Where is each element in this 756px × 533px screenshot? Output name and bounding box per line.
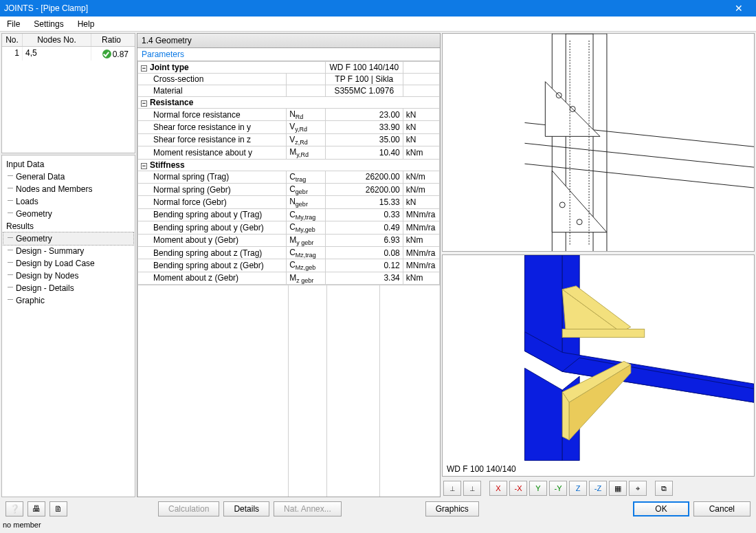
node-row-no: 1 bbox=[2, 47, 23, 61]
graphics-button[interactable]: Graphics bbox=[425, 501, 479, 516]
details-button[interactable]: Details bbox=[223, 501, 269, 516]
view-iso-icon[interactable]: ⟂ bbox=[443, 481, 461, 496]
3d-render-view[interactable]: WD F 100 140/140 bbox=[442, 254, 755, 477]
menu-file[interactable]: File bbox=[0, 17, 27, 32]
window-title: JOINTS - [Pipe Clamp] bbox=[4, 3, 726, 13]
view-neg-y-icon[interactable]: -Y bbox=[549, 481, 567, 496]
print-icon[interactable]: 🖶 bbox=[27, 501, 45, 516]
ok-button[interactable]: OK bbox=[633, 501, 689, 516]
view-neg-x-icon[interactable]: -X bbox=[509, 481, 527, 496]
view-neg-z-icon[interactable]: -Z bbox=[589, 481, 607, 496]
calculation-button[interactable]: Calculation bbox=[158, 501, 219, 516]
view-z-icon[interactable]: Z bbox=[569, 481, 587, 496]
tree-geometry[interactable]: Geometry bbox=[3, 208, 133, 220]
tree-results-loadcase[interactable]: Design by Load Case bbox=[3, 257, 133, 270]
node-list-panel: No. Nodes No. Ratio 1 4,5 0.87 bbox=[1, 33, 135, 153]
view-copy-icon[interactable]: ⧉ bbox=[655, 481, 673, 496]
tree-results-graphic[interactable]: Graphic bbox=[3, 294, 133, 307]
tree-results[interactable]: Results bbox=[3, 220, 133, 232]
parameters-header: Parameters bbox=[137, 48, 440, 61]
technical-drawing-view[interactable] bbox=[442, 33, 755, 252]
tree-results-geometry[interactable]: Geometry bbox=[3, 232, 133, 245]
export-icon[interactable]: 🗎 bbox=[49, 501, 67, 516]
node-list-header: No. Nodes No. Ratio bbox=[2, 34, 135, 47]
tree-input-data[interactable]: Input Data bbox=[3, 158, 133, 171]
menu-settings[interactable]: Settings bbox=[27, 17, 70, 32]
tree-loads[interactable]: Loads bbox=[3, 195, 133, 208]
check-ok-icon bbox=[102, 50, 111, 58]
view-y-icon[interactable]: Y bbox=[529, 481, 547, 496]
tree-general-data[interactable]: General Data bbox=[3, 171, 133, 183]
table-empty-area bbox=[137, 285, 440, 497]
view-cube-icon[interactable]: ▦ bbox=[609, 481, 627, 496]
svg-marker-17 bbox=[524, 368, 562, 460]
view-x-icon[interactable]: X bbox=[489, 481, 507, 496]
node-row-nodes: 4,5 bbox=[23, 47, 91, 61]
close-icon[interactable]: ✕ bbox=[726, 0, 752, 17]
cancel-button[interactable]: Cancel bbox=[693, 501, 751, 516]
navigator-tree: Input Data General Data Nodes and Member… bbox=[1, 155, 135, 497]
menu-help[interactable]: Help bbox=[71, 17, 102, 32]
tree-results-nodes[interactable]: Design by Nodes bbox=[3, 270, 133, 282]
node-row[interactable]: 1 4,5 0.87 bbox=[2, 47, 135, 61]
tree-results-details[interactable]: Design - Details bbox=[3, 282, 133, 294]
parameters-table: −Joint typeWD F 100 140/140 Cross-sectio… bbox=[137, 61, 440, 285]
collapse-icon[interactable]: − bbox=[141, 163, 147, 169]
view-persp-icon[interactable]: ⟂ bbox=[463, 481, 481, 496]
col-nodes: Nodes No. bbox=[23, 34, 91, 46]
node-row-ratio: 0.87 bbox=[91, 47, 131, 61]
svg-line-3 bbox=[524, 143, 754, 167]
titlebar: JOINTS - [Pipe Clamp] ✕ bbox=[0, 0, 756, 17]
tree-results-summary[interactable]: Design - Summary bbox=[3, 245, 133, 257]
status-bar: no member bbox=[0, 521, 756, 533]
bottom-button-bar: ❔ 🖶 🗎 Calculation Details Nat. Annex... … bbox=[0, 499, 756, 521]
panel-title: 1.4 Geometry bbox=[137, 33, 441, 48]
view-toolbar: ⟂ ⟂ X -X Y -Y Z -Z ▦ ⌖ ⧉ bbox=[442, 479, 755, 497]
col-ratio: Ratio bbox=[91, 34, 131, 46]
col-no: No. bbox=[2, 34, 23, 46]
render-label: WD F 100 140/140 bbox=[447, 464, 516, 474]
collapse-icon[interactable]: − bbox=[141, 100, 147, 107]
help-icon[interactable]: ❔ bbox=[5, 501, 23, 516]
nat-annex-button[interactable]: Nat. Annex... bbox=[274, 501, 342, 516]
tree-nodes-members[interactable]: Nodes and Members bbox=[3, 183, 133, 195]
svg-rect-24 bbox=[562, 329, 644, 338]
menubar: File Settings Help bbox=[0, 17, 756, 32]
view-zoom-icon[interactable]: ⌖ bbox=[629, 481, 647, 496]
collapse-icon[interactable]: − bbox=[141, 65, 147, 72]
